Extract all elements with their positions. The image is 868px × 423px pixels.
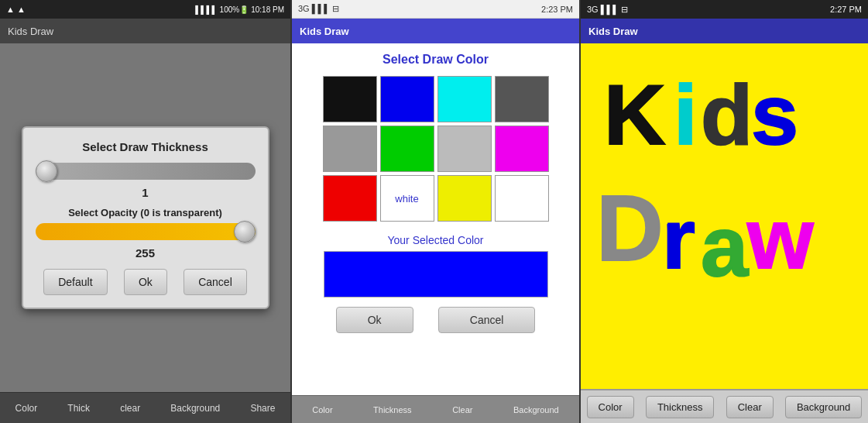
screen2: 3G ▌▌▌ ⊟ 2:23 PM Kids Draw Select Draw C… [290,0,581,423]
svg-text:D: D [596,176,664,280]
default-button[interactable]: Default [43,269,107,295]
dialog-buttons: Default Ok Cancel [36,269,256,295]
color-magenta[interactable] [495,126,549,172]
screen2-status-bar: 3G ▌▌▌ ⊟ 2:23 PM [292,0,579,19]
color-black[interactable] [323,76,377,122]
color-blue[interactable] [380,76,434,122]
screen3-app-title: Kids Draw [588,26,638,37]
opacity-value: 255 [36,246,256,260]
selected-color-preview [324,251,548,297]
color-white[interactable]: white [380,175,434,222]
ok-button[interactable]: Ok [124,269,167,295]
thickness-slider-track[interactable] [36,163,256,180]
battery-icon: 100%🔋 [220,5,249,14]
screen2-background-btn[interactable]: Background [513,405,559,414]
svg-text:i: i [674,67,698,162]
color-grid: white [323,76,549,222]
screen3: 3G ▌▌▌ ⊟ 2:27 PM Kids Draw K i d s D r a… [581,0,868,423]
color-cancel-button[interactable]: Cancel [438,307,536,333]
screen2-bottom-bar: Color Thickness Clear Background [292,395,579,423]
thickness-slider-thumb[interactable] [36,160,57,182]
color-cyan[interactable] [437,76,492,122]
opacity-slider-thumb[interactable] [234,221,256,242]
screen1-status-right: ▌▌▌▌ 100%🔋 10:18 PM [195,5,284,14]
cancel-button[interactable]: Cancel [184,269,247,295]
color-gray[interactable] [323,126,377,172]
signal-icon: ▌▌▌▌ [195,5,217,14]
color-red[interactable] [323,175,377,222]
screen2-clear-btn[interactable]: Clear [452,405,472,414]
thick-button[interactable]: Thick [61,400,96,417]
background-button[interactable]: Background [164,400,226,417]
svg-text:w: w [746,191,814,286]
opacity-slider-track[interactable] [36,223,256,240]
screen3-time: 2:27 PM [830,5,862,14]
screen3-title-bar: Kids Draw [581,19,868,43]
dialog-thickness-title: Select Draw Thickness [36,140,256,153]
screen1: ▲ ▲ ▌▌▌▌ 100%🔋 10:18 PM Kids Draw Select… [0,0,290,423]
share-button[interactable]: Share [244,400,281,417]
thickness-dialog: Select Draw Thickness 1 Select Opacity (… [22,126,269,309]
color-yellow[interactable] [437,175,492,222]
time-display: 10:18 PM [251,5,284,14]
selected-color-label: Your Selected Color [387,234,483,246]
screen2-title-bar: Kids Draw [292,19,579,43]
color-dialog-buttons: Ok Cancel [324,307,548,333]
svg-text:a: a [701,198,749,294]
color-dialog-title: Select Draw Color [383,53,489,67]
svg-text:K: K [604,67,665,162]
screen1-status-left: ▲ ▲ [6,5,26,14]
color-empty[interactable] [495,175,549,222]
drawing-svg: K i d s D r a w [581,43,868,377]
screen2-app-title: Kids Draw [300,26,349,37]
color-green[interactable] [380,126,434,172]
screen2-status-icons: 3G ▌▌▌ ⊟ [298,4,339,14]
screen2-time: 2:23 PM [541,5,573,14]
thickness-value: 1 [36,186,256,199]
screen3-clear-btn[interactable]: Clear [726,396,774,418]
svg-text:s: s [751,67,798,162]
screen2-color-btn[interactable]: Color [312,405,332,414]
screen1-bottom-bar: Color Thick clear Background Share [0,392,290,423]
screen3-background-btn[interactable]: Background [785,396,862,418]
screen1-status-bar: ▲ ▲ ▌▌▌▌ 100%🔋 10:18 PM [0,0,290,19]
screen3-color-btn[interactable]: Color [587,396,634,418]
screen2-thickness-btn[interactable]: Thickness [373,405,412,414]
svg-text:r: r [662,191,695,286]
screen1-title-bar: Kids Draw [0,19,290,43]
color-darkgray[interactable] [495,76,549,122]
opacity-label: Select Opacity (0 is transparent) [36,207,256,218]
screen3-thickness-btn[interactable]: Thickness [646,396,715,418]
color-dialog: Select Draw Color white Your Selected Co… [292,43,579,395]
screen3-bottom-bar: Color Thickness Clear Background [581,389,868,423]
svg-text:d: d [701,67,753,162]
screen1-app-title: Kids Draw [8,26,53,37]
clear-button[interactable]: clear [114,400,146,417]
screen1-body: Select Draw Thickness 1 Select Opacity (… [0,43,290,392]
drawing-canvas[interactable]: K i d s D r a w [581,43,868,389]
screen3-status-bar: 3G ▌▌▌ ⊟ 2:27 PM [581,0,868,19]
opacity-slider-container [36,223,256,240]
thickness-slider-container [36,163,256,180]
color-ok-button[interactable]: Ok [336,307,413,333]
color-button[interactable]: Color [9,400,44,417]
color-lightgray[interactable] [437,126,492,172]
screen3-status-icons: 3G ▌▌▌ ⊟ [587,5,628,15]
